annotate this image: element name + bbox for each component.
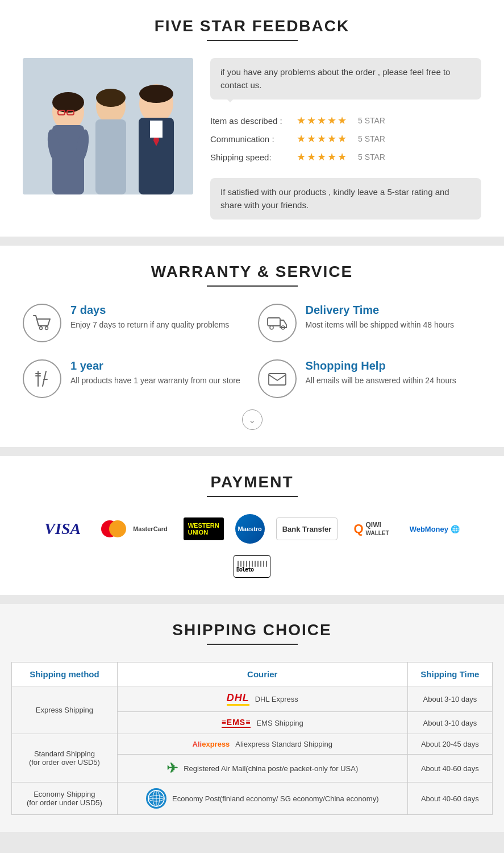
- warranty-desc-1year: All products have 1 year warranty from o…: [70, 375, 240, 387]
- rating-row-communication: Communication : ★ ★ ★ ★ ★ 5 STAR: [210, 132, 481, 145]
- warranty-section: WARRANTY & SERVICE 7 days Enjoy 7 days t…: [0, 246, 504, 447]
- feedback-top-bubble: if you have any problems about the order…: [210, 58, 481, 100]
- rating-label-communication: Communication :: [210, 134, 290, 144]
- warranty-grid: 7 days Enjoy 7 days to return if any qua…: [23, 304, 481, 398]
- table-row: Economy Shipping(for order under USD5): [12, 782, 493, 815]
- feedback-bottom-bubble: If satisfied with our products , kindly …: [210, 178, 481, 220]
- aliexpress-logo: Aliexpress: [193, 740, 230, 748]
- payment-section: PAYMENT VISA MasterCard WESTERNUNION Mae…: [0, 456, 504, 595]
- shipping-title-underline: [207, 644, 298, 645]
- un-courier-name: Economy Post(finland economy/ SG economy…: [172, 794, 378, 803]
- warranty-text-7days: 7 days Enjoy 7 days to return if any qua…: [70, 304, 229, 331]
- un-logo: [146, 788, 166, 809]
- warranty-title: WARRANTY & SERVICE: [23, 263, 481, 281]
- email-icon: [258, 359, 297, 398]
- star-count-shipping: 5 STAR: [358, 152, 385, 162]
- feedback-title-underline: [207, 40, 298, 41]
- svg-rect-27: [269, 374, 286, 385]
- warranty-item-1year: 1 year All products have 1 year warranty…: [23, 359, 247, 398]
- feedback-title: FIVE STAR FEEDBACK: [23, 17, 481, 35]
- warranty-desc-7days: Enjoy 7 days to return if any quality pr…: [70, 319, 229, 331]
- shipping-courier-aliexpress: Aliexpress Aliexpress Standard Shipping: [117, 734, 407, 755]
- cart-icon: [23, 304, 61, 342]
- rating-row-described: Item as described : ★ ★ ★ ★ ★ 5 STAR: [210, 114, 481, 127]
- rating-row-shipping: Shipping speed: ★ ★ ★ ★ ★ 5 STAR: [210, 151, 481, 163]
- qiwi-payment-logo: Q QIWIWALLET: [349, 517, 393, 540]
- shipping-header-time: Shipping Time: [407, 662, 492, 686]
- feedback-people-image: [23, 58, 193, 194]
- star-count-communication: 5 STAR: [358, 134, 385, 143]
- warranty-text-1year: 1 year All products have 1 year warranty…: [70, 359, 240, 387]
- warranty-heading-1year: 1 year: [70, 359, 240, 372]
- shipping-courier-dhl: DHL DHL Express: [117, 686, 407, 712]
- shipping-method-express: Express Shipping: [12, 686, 118, 734]
- shipping-time-airmail: About 40-60 days: [407, 755, 492, 782]
- svg-point-3: [52, 92, 84, 113]
- payment-logos: VISA MasterCard WESTERNUNION Maestro Ban…: [23, 514, 481, 578]
- warranty-item-7days: 7 days Enjoy 7 days to return if any qua…: [23, 304, 247, 342]
- tools-icon: [23, 359, 61, 398]
- maestro-payment-logo: Maestro: [235, 514, 265, 544]
- truck-icon: [258, 304, 297, 342]
- stars-described: ★ ★ ★ ★ ★: [297, 114, 347, 127]
- ratings-block: Item as described : ★ ★ ★ ★ ★ 5 STAR Com…: [210, 109, 481, 169]
- stars-shipping: ★ ★ ★ ★ ★: [297, 151, 347, 163]
- warranty-item-delivery: Delivery Time Most items will be shipped…: [258, 304, 482, 342]
- payment-title: PAYMENT: [23, 473, 481, 491]
- svg-point-11: [96, 89, 126, 107]
- warranty-item-help: Shopping Help All emails will be answere…: [258, 359, 482, 398]
- ems-logo: ≡EMS≡: [222, 718, 251, 728]
- star-count-described: 5 STAR: [358, 116, 385, 125]
- warranty-title-underline: [207, 285, 298, 287]
- svg-point-17: [40, 327, 43, 330]
- visa-payment-logo: VISA: [40, 517, 85, 540]
- shipping-method-economy: Economy Shipping(for order under USD5): [12, 782, 118, 815]
- airmail-logo: ✈: [166, 760, 178, 776]
- aliexpress-courier-name: Aliexpress Standard Shipping: [235, 740, 332, 748]
- stars-communication: ★ ★ ★ ★ ★: [297, 132, 347, 145]
- svg-rect-10: [95, 119, 126, 194]
- shipping-header-method: Shipping method: [12, 662, 118, 686]
- shipping-table: Shipping method Courier Shipping Time Ex…: [11, 662, 493, 815]
- webmoney-payment-logo: WebMoney 🌐: [405, 517, 464, 540]
- shipping-courier-un: Economy Post(finland economy/ SG economy…: [117, 782, 407, 815]
- bank-transfer-payment-logo: Bank Transfer: [276, 517, 338, 540]
- shipping-courier-ems: ≡EMS≡ EMS Shipping: [117, 712, 407, 734]
- warranty-text-delivery: Delivery Time Most items will be shipped…: [306, 304, 454, 331]
- airmail-courier-name: Registered Air Mail(china post/e packet-…: [184, 764, 358, 773]
- payment-title-underline: [207, 496, 298, 497]
- rating-label-shipping: Shipping speed:: [210, 152, 290, 162]
- shipping-section: SHIPPING CHOICE Shipping method Courier …: [0, 604, 504, 832]
- feedback-content: if you have any problems about the order…: [23, 58, 481, 220]
- table-row: Standard Shipping(for order over USD5) A…: [12, 734, 493, 755]
- table-row: Express Shipping DHL DHL Express About 3…: [12, 686, 493, 712]
- shipping-table-header-row: Shipping method Courier Shipping Time: [12, 662, 493, 686]
- shipping-time-ems: About 3-10 days: [407, 712, 492, 734]
- warranty-heading-delivery: Delivery Time: [306, 304, 454, 317]
- shipping-method-standard: Standard Shipping(for order over USD5): [12, 734, 118, 782]
- warranty-heading-help: Shopping Help: [306, 359, 456, 372]
- svg-point-14: [139, 85, 173, 103]
- warranty-heading-7days: 7 days: [70, 304, 229, 317]
- shipping-time-aliexpress: About 20-45 days: [407, 734, 492, 755]
- shipping-time-un: About 40-60 days: [407, 782, 492, 815]
- warranty-desc-delivery: Most items will be shipped within 48 hou…: [306, 319, 454, 331]
- shipping-header-courier: Courier: [117, 662, 407, 686]
- ems-courier-name: EMS Shipping: [256, 719, 303, 727]
- warranty-desc-help: All emails will be answered within 24 ho…: [306, 375, 456, 387]
- svg-point-18: [45, 327, 48, 330]
- boleto-payment-logo: |||||||||||Boleto: [234, 555, 270, 578]
- feedback-right-panel: if you have any problems about the order…: [210, 58, 481, 220]
- shipping-title: SHIPPING CHOICE: [11, 621, 493, 639]
- shipping-courier-airmail: ✈ Registered Air Mail(china post/e packe…: [117, 755, 407, 782]
- mastercard-payment-logo: MasterCard: [97, 517, 172, 540]
- svg-rect-16: [150, 121, 163, 138]
- rating-label-described: Item as described :: [210, 116, 290, 126]
- feedback-section: FIVE STAR FEEDBACK: [0, 0, 504, 237]
- warranty-text-help: Shopping Help All emails will be answere…: [306, 359, 456, 387]
- western-union-payment-logo: WESTERNUNION: [184, 517, 224, 540]
- chevron-down-icon: ⌄: [242, 409, 263, 430]
- svg-rect-19: [268, 318, 280, 326]
- svg-point-20: [270, 326, 273, 329]
- shipping-time-dhl: About 3-10 days: [407, 686, 492, 712]
